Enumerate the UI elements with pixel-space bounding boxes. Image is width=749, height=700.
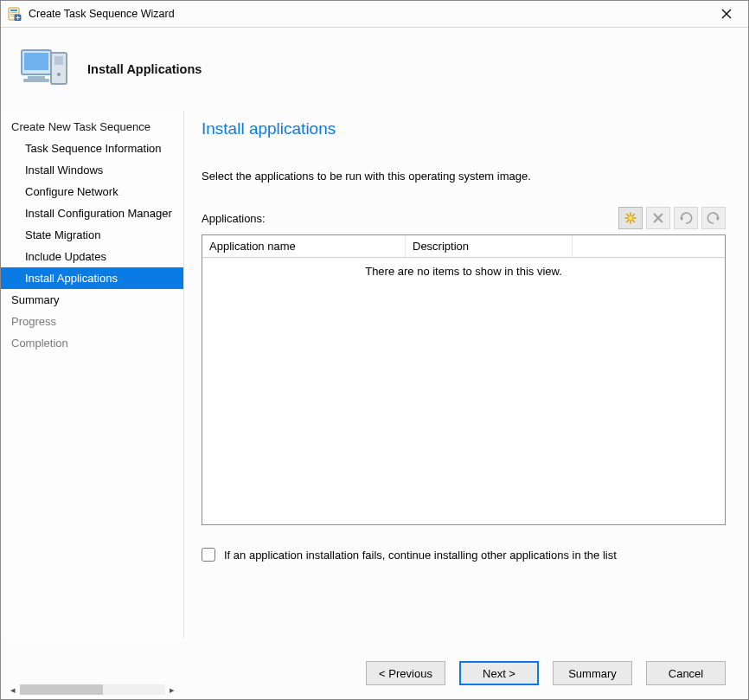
- empty-table-message: There are no items to show in this view.: [202, 258, 725, 285]
- applications-header-row: Applications:: [202, 207, 726, 229]
- continue-on-fail-label: If an application installation fails, co…: [224, 549, 617, 562]
- table-header: Application name Description: [202, 235, 725, 258]
- delete-application-button[interactable]: [646, 207, 670, 229]
- wizard-body: Create New Task Sequence Task Sequence I…: [1, 111, 748, 639]
- column-description[interactable]: Description: [406, 235, 573, 257]
- svg-rect-1: [10, 10, 17, 11]
- sidebar-group-title: Create New Task Sequence: [1, 116, 183, 138]
- sidebar-step-include-updates[interactable]: Include Updates: [1, 246, 183, 267]
- svg-rect-2: [10, 12, 17, 13]
- wizard-window: Create Task Sequence Wizard Install Appl…: [0, 0, 749, 700]
- new-application-button[interactable]: [618, 207, 643, 229]
- svg-rect-8: [28, 76, 45, 79]
- titlebar: Create Task Sequence Wizard: [1, 1, 748, 28]
- sidebar-step-progress: Progress: [1, 311, 183, 332]
- scroll-left-arrow[interactable]: ◂: [6, 683, 20, 697]
- svg-rect-4: [10, 16, 15, 16]
- sidebar-step-summary[interactable]: Summary: [1, 289, 183, 311]
- page-title: Install applications: [202, 119, 726, 138]
- sidebar-step-install-applications[interactable]: Install Applications: [1, 267, 183, 289]
- computer-icon: [20, 48, 70, 91]
- next-button[interactable]: Next >: [459, 661, 539, 685]
- scroll-right-arrow[interactable]: ▸: [165, 683, 179, 697]
- sidebar-step-state-migration[interactable]: State Migration: [1, 224, 183, 246]
- cancel-button[interactable]: Cancel: [646, 661, 726, 685]
- sidebar-step-configure-network[interactable]: Configure Network: [1, 181, 183, 202]
- applications-label: Applications:: [202, 212, 266, 225]
- sidebar-step-install-windows[interactable]: Install Windows: [1, 159, 183, 181]
- applications-toolbar: [618, 207, 726, 229]
- svg-rect-11: [54, 56, 63, 65]
- column-application-name[interactable]: Application name: [202, 235, 406, 257]
- sidebar: Create New Task Sequence Task Sequence I…: [1, 111, 184, 639]
- summary-button[interactable]: Summary: [553, 661, 632, 685]
- instruction-text: Select the applications to be run with t…: [202, 170, 726, 183]
- scroll-track[interactable]: [20, 684, 165, 695]
- svg-rect-7: [24, 53, 48, 70]
- sidebar-horizontal-scrollbar[interactable]: ◂ ▸: [6, 682, 179, 697]
- applications-table[interactable]: Application name Description There are n…: [202, 234, 726, 525]
- previous-button[interactable]: < Previous: [366, 661, 445, 685]
- continue-on-fail-row: If an application installation fails, co…: [202, 548, 726, 562]
- sidebar-step-task-sequence-information[interactable]: Task Sequence Information: [1, 138, 183, 159]
- svg-rect-9: [23, 79, 49, 82]
- window-title: Create Task Sequence Wizard: [29, 8, 712, 20]
- sidebar-step-completion: Completion: [1, 332, 183, 354]
- column-spare: [573, 235, 725, 257]
- sidebar-step-install-configuration-manager[interactable]: Install Configuration Manager: [1, 202, 183, 224]
- svg-point-13: [629, 216, 632, 220]
- move-up-button[interactable]: [674, 207, 698, 229]
- continue-on-fail-checkbox[interactable]: [202, 548, 215, 562]
- move-down-button[interactable]: [701, 207, 726, 229]
- close-button[interactable]: [712, 3, 741, 25]
- wizard-icon: [8, 7, 22, 21]
- banner-title: Install Applications: [87, 62, 202, 76]
- banner: Install Applications: [1, 28, 748, 111]
- svg-point-12: [57, 73, 61, 76]
- main-panel: Install applications Select the applicat…: [184, 111, 748, 639]
- scroll-thumb[interactable]: [20, 684, 103, 695]
